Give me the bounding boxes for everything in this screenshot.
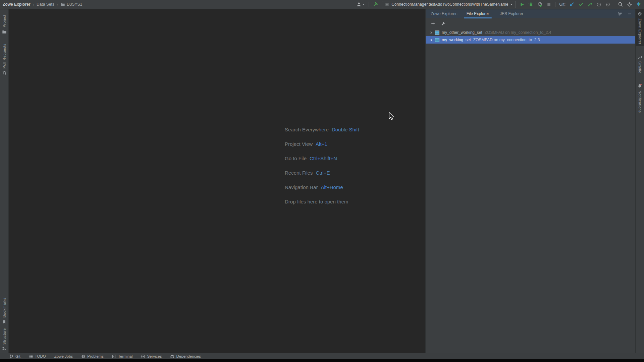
panel-settings-button[interactable] — [618, 11, 622, 16]
ide-features-button[interactable] — [636, 2, 641, 7]
statusbar-item-problems[interactable]: Problems — [81, 354, 104, 359]
pull-request-icon — [2, 70, 7, 75]
shortcuts-hint-panel: Search Everywhere Double Shift Project V… — [285, 126, 359, 212]
statusbar-item-zowe-jobs[interactable]: Zowe Jobs — [54, 354, 73, 358]
zowe-icon — [637, 11, 642, 16]
working-set-icon — [435, 38, 439, 42]
search-everywhere-button[interactable] — [618, 2, 623, 7]
left-tool-window-stripe: Project Pull Requests Bookmarks Structur… — [0, 9, 9, 353]
shortcut-keys: Ctrl+Shift+N — [310, 156, 337, 161]
working-set-name: my_working_set — [442, 38, 471, 42]
shortcut-keys: Double Shift — [332, 127, 359, 132]
shortcut-label: Navigation Bar — [285, 184, 318, 190]
statusbar-item-git[interactable]: Git — [9, 354, 20, 359]
rollback-button[interactable] — [605, 2, 610, 7]
toolbar-divider — [614, 2, 614, 7]
minimize-icon[interactable] — [627, 11, 632, 16]
breadcrumb-item-data-sets[interactable]: Data Sets — [37, 2, 54, 7]
folder-icon — [60, 2, 65, 7]
clock-icon — [596, 2, 601, 7]
tree-row-my-other-working-set[interactable]: my_other_working_set ZOSMFAD on my_conne… — [426, 29, 635, 36]
statusbar-item-label: Git — [15, 354, 20, 358]
statusbar-item-label: Dependencies — [176, 354, 201, 358]
gear-icon — [627, 2, 632, 7]
profiler-icon — [537, 2, 543, 7]
statusbar-item-label: Problems — [87, 354, 104, 358]
run-configuration-name: ConnectionManager.testAddTwoConnectionsW… — [391, 2, 508, 7]
tab-jes-explorer[interactable]: JES Explorer — [500, 11, 523, 16]
statusbar-item-dependencies[interactable]: Dependencies — [170, 354, 201, 359]
sidebar-item-label: Bookmarks — [2, 298, 6, 318]
working-set-name: my_other_working_set — [442, 30, 482, 35]
tool-window-header: Zowe Explorer: File Explorer JES Explore… — [426, 9, 635, 18]
statusbar-item-label: Services — [147, 354, 162, 358]
arrow-down-left-icon — [569, 2, 575, 7]
todo-list-icon — [29, 354, 33, 359]
breadcrumb-item-d3sys1[interactable]: D3SYS1 — [60, 2, 82, 7]
stop-button[interactable] — [546, 2, 551, 7]
bookmark-icon — [2, 320, 6, 324]
bell-icon — [637, 83, 642, 88]
run-button[interactable] — [520, 2, 525, 7]
shortcut-label: Project View — [285, 141, 313, 147]
tab-file-explorer[interactable]: File Explorer — [467, 11, 489, 16]
statusbar-item-services[interactable]: Services — [141, 354, 162, 359]
drop-files-hint: Drop files here to open them — [285, 199, 348, 204]
sidebar-item-project[interactable]: Project — [0, 13, 8, 36]
breadcrumb: Zowe Explorer › Data Sets › D3SYS1 — [3, 2, 82, 7]
breadcrumb-separator: › — [33, 2, 34, 7]
terminal-icon — [112, 354, 116, 359]
run-config-icon — [385, 2, 389, 7]
folder-icon — [2, 29, 7, 34]
profile-menu-button[interactable] — [356, 2, 365, 7]
working-sets-tree: my_other_working_set ZOSMFAD on my_conne… — [426, 29, 635, 44]
right-tool-window-stripe: Zowe Explorer Gradle Notifications — [635, 9, 644, 353]
checkmark-icon — [578, 2, 584, 7]
git-commit-button[interactable] — [578, 2, 584, 7]
editor-empty-area: Search Everywhere Double Shift Project V… — [9, 9, 425, 353]
add-working-set-button[interactable] — [431, 21, 435, 26]
statusbar-item-label: Terminal — [118, 354, 132, 358]
profiler-button[interactable] — [537, 2, 543, 7]
shortcut-keys: Alt+Home — [321, 184, 343, 190]
stop-icon — [546, 2, 551, 7]
layers-icon — [170, 354, 174, 359]
window-bottom-edge — [0, 359, 644, 362]
chevron-right-icon[interactable] — [430, 39, 433, 42]
settings-wrench-button[interactable] — [441, 21, 446, 26]
sidebar-item-structure[interactable]: Structure — [0, 326, 8, 353]
history-button[interactable] — [596, 2, 601, 7]
working-set-icon — [435, 31, 439, 35]
sidebar-item-pull-requests[interactable]: Pull Requests — [0, 42, 8, 77]
chevron-down-icon — [510, 3, 513, 6]
main-toolbar: Zowe Explorer › Data Sets › D3SYS1 Conne… — [0, 0, 644, 9]
sidebar-item-bookmarks[interactable]: Bookmarks — [0, 296, 8, 326]
search-icon — [618, 2, 623, 7]
git-update-button[interactable] — [569, 2, 575, 7]
shortcut-label: Search Everywhere — [285, 127, 329, 132]
status-bar: Git TODO Zowe Jobs Problems Terminal Ser… — [0, 353, 644, 359]
git-push-button[interactable] — [587, 2, 593, 7]
working-set-detail: ZOSMFAD on my_connection_to_2.3 — [473, 38, 540, 42]
sidebar-item-zowe-explorer[interactable]: Zowe Explorer — [636, 9, 644, 46]
toolbar-divider — [369, 2, 369, 7]
settings-button[interactable] — [627, 2, 632, 7]
tree-row-my-working-set[interactable]: my_working_set ZOSMFAD on my_connection_… — [426, 36, 635, 44]
sidebar-item-gradle[interactable]: Gradle — [636, 52, 644, 75]
breadcrumb-item-zowe-explorer[interactable]: Zowe Explorer — [3, 2, 31, 7]
build-button[interactable] — [373, 2, 378, 7]
debug-button[interactable] — [528, 2, 534, 7]
shortcut-label: Go to File — [285, 156, 307, 161]
hammer-icon — [373, 2, 378, 7]
statusbar-item-todo[interactable]: TODO — [29, 354, 46, 359]
chevron-right-icon[interactable] — [430, 31, 433, 34]
error-circle-icon — [81, 354, 86, 359]
panel-toolbar — [426, 18, 635, 29]
run-configuration-select[interactable]: ConnectionManager.testAddTwoConnectionsW… — [382, 1, 516, 8]
shortcut-keys: Alt+1 — [316, 141, 327, 147]
sidebar-item-notifications[interactable]: Notifications — [636, 81, 644, 115]
statusbar-item-label: TODO — [35, 354, 46, 358]
working-set-detail: ZOSMFAD on my_connection_to_2.4 — [485, 30, 551, 35]
arrow-up-right-icon — [587, 2, 593, 7]
statusbar-item-terminal[interactable]: Terminal — [112, 354, 132, 359]
